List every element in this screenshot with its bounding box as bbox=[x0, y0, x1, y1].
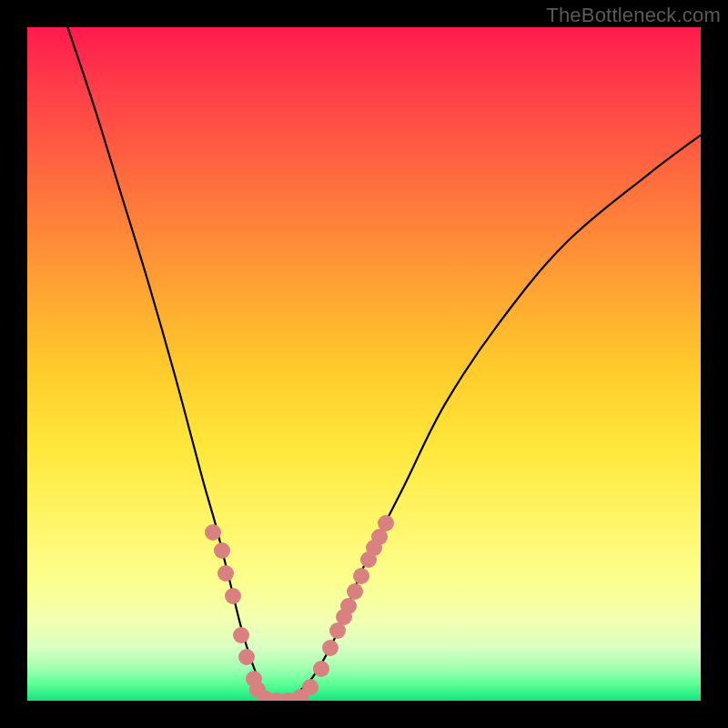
data-dot bbox=[217, 565, 234, 581]
data-dot bbox=[313, 661, 329, 677]
data-dot bbox=[205, 524, 221, 541]
data-dot bbox=[347, 583, 363, 600]
data-dot bbox=[340, 598, 357, 614]
data-dot bbox=[378, 515, 394, 531]
data-dot bbox=[302, 679, 318, 695]
plot-area bbox=[27, 27, 701, 701]
data-dot bbox=[322, 640, 339, 656]
data-dots bbox=[205, 515, 394, 701]
watermark-text: TheBottleneck.com bbox=[546, 4, 721, 27]
data-dot bbox=[214, 542, 230, 559]
bottleneck-curve bbox=[67, 27, 701, 701]
data-dot bbox=[353, 568, 369, 584]
curve-layer bbox=[27, 27, 701, 701]
data-dot bbox=[238, 649, 255, 665]
data-dot bbox=[225, 588, 241, 604]
data-dot bbox=[233, 627, 249, 643]
chart-frame: TheBottleneck.com bbox=[0, 0, 728, 728]
